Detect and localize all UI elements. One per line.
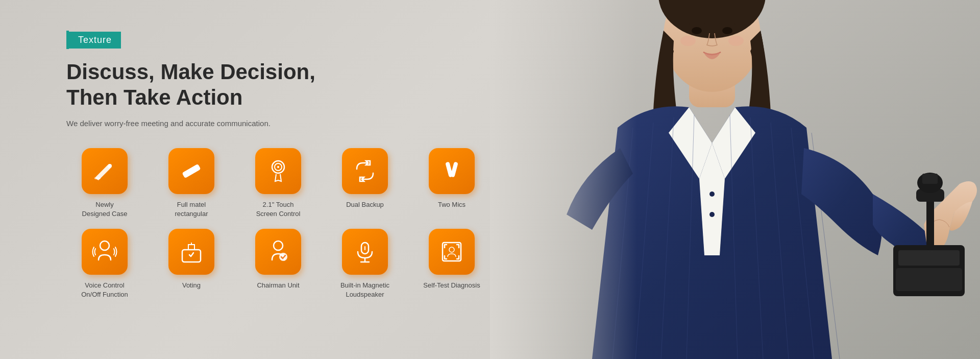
chairman-unit-icon-box	[255, 229, 301, 275]
two-mics-icon-box	[429, 148, 475, 194]
texture-label: Texture	[69, 32, 121, 49]
content-area: Texture Discuss, Make Decision, Then Tak…	[66, 31, 475, 300]
feature-full-matel: Full matel rectangular	[153, 148, 230, 219]
svg-rect-34	[450, 161, 458, 177]
newly-designed-case-icon-box	[82, 148, 128, 194]
svg-rect-43	[443, 243, 461, 261]
texture-badge: Texture	[66, 31, 475, 49]
metal-icon	[178, 158, 205, 184]
mics-icon	[438, 158, 465, 184]
loudspeaker-label: Built-in Magnetic Loudspeaker	[340, 281, 389, 299]
chairman-unit-label: Chairman Unit	[257, 281, 299, 290]
svg-point-38	[274, 241, 283, 250]
feature-dual-backup: Dual Backup	[327, 148, 403, 219]
svg-point-27	[108, 164, 112, 168]
voting-icon-box	[168, 229, 214, 275]
feature-voice-control: Voice Control On/Off Function	[66, 229, 143, 299]
self-test-icon-box	[429, 229, 475, 275]
feature-self-test: Self-Test Diagnosis	[413, 229, 490, 299]
speaker-icon	[352, 238, 378, 265]
feature-newly-designed-case: Newly Designed Case	[66, 148, 143, 219]
full-matel-label: Full matel rectangular	[175, 200, 208, 219]
svg-rect-28	[94, 177, 101, 179]
sub-text: We deliver worry-free meeting and accura…	[66, 119, 475, 128]
page-wrapper: Texture Discuss, Make Decision, Then Tak…	[0, 0, 980, 359]
svg-rect-26	[490, 0, 980, 359]
person-illustration	[490, 0, 980, 359]
svg-point-35	[100, 241, 109, 250]
svg-point-44	[449, 247, 454, 252]
touch-screen-icon-box	[255, 148, 301, 194]
feature-voting: Voting	[153, 229, 230, 299]
voting-label: Voting	[182, 281, 201, 290]
features-grid: Newly Designed Case Full matel rectangul…	[66, 148, 475, 300]
newly-designed-case-label: Newly Designed Case	[82, 200, 128, 219]
dual-backup-icon-box	[342, 148, 388, 194]
feature-touch-screen: 2.1" Touch Screen Control	[240, 148, 316, 219]
touch-screen-label: 2.1" Touch Screen Control	[256, 200, 301, 219]
svg-rect-29	[182, 164, 201, 178]
heading-line2: Then Take Action	[66, 85, 475, 110]
feature-loudspeaker: Built-in Magnetic Loudspeaker	[327, 229, 403, 299]
backup-icon	[352, 158, 378, 184]
heading-line1: Discuss, Make Decision,	[66, 59, 475, 85]
case-icon	[91, 158, 118, 184]
diagnosis-icon	[438, 238, 465, 265]
full-matel-icon-box	[168, 148, 214, 194]
chairman-icon	[265, 238, 291, 265]
svg-point-32	[277, 166, 279, 168]
voting-icon	[178, 238, 205, 265]
feature-two-mics: Two Mics	[413, 148, 490, 219]
self-test-label: Self-Test Diagnosis	[423, 281, 480, 290]
dual-backup-label: Dual Backup	[346, 200, 384, 209]
voice-icon	[91, 238, 118, 265]
two-mics-label: Two Mics	[438, 200, 465, 209]
loudspeaker-icon-box	[342, 229, 388, 275]
voice-control-icon-box	[82, 229, 128, 275]
touch-icon	[265, 158, 291, 184]
background-right	[490, 0, 980, 359]
main-heading: Discuss, Make Decision, Then Take Action	[66, 59, 475, 111]
feature-chairman-unit: Chairman Unit	[240, 229, 316, 299]
voice-control-label: Voice Control On/Off Function	[81, 281, 128, 299]
